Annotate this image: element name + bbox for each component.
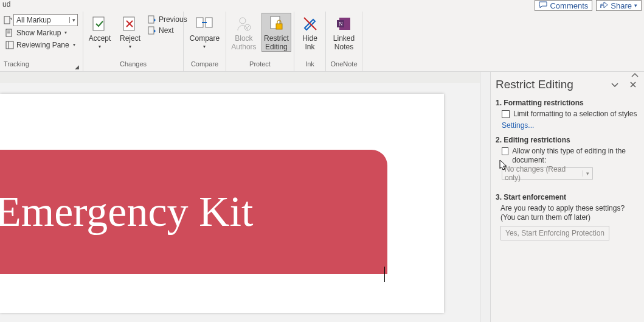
collapse-ribbon-icon[interactable] [631,72,639,80]
svg-rect-9 [148,27,154,34]
editing-type-dropdown: No changes (Read only) ▾ [502,167,593,180]
svg-line-17 [304,18,316,30]
limit-formatting-label: Limit formatting to a selection of style… [513,110,637,119]
title-shape: Emergency Kit [0,150,387,274]
previous-label: Previous [159,15,187,24]
block-authors-icon [235,15,253,33]
allow-editing-checkbox[interactable] [502,147,508,155]
formatting-settings-link[interactable]: Settings... [502,121,534,130]
reviewing-pane-label: Reviewing Pane [16,41,69,49]
enforcement-description: Are you ready to apply these settings? (… [500,204,638,222]
chevron-down-icon: ▾ [129,43,131,51]
reviewing-pane-icon [5,41,14,49]
next-label: Next [159,26,174,35]
reject-icon [121,15,139,33]
document-canvas[interactable]: Emergency Kit [0,72,480,322]
reject-button[interactable]: Reject ▾ [116,13,144,51]
accept-icon [91,15,109,33]
svg-rect-0 [4,16,10,24]
share-icon [600,1,608,10]
svg-rect-16 [276,24,282,29]
onenote-icon: N [335,15,353,33]
chevron-down-icon: ▾ [203,43,206,51]
allow-editing-label: Allow only this type of editing in the d… [512,147,638,165]
start-enforcing-button: Yes, Start Enforcing Protection [500,226,609,240]
group-label-ink: Ink [297,60,323,70]
comments-label: Comments [550,1,588,10]
accept-button[interactable]: Accept ▾ [86,13,114,51]
editing-type-value: No changes (Read only) [505,165,583,182]
markup-mode-dropdown[interactable]: All Markup ▾ [13,14,78,26]
vertical-scrollbar[interactable] [480,72,490,322]
svg-rect-6 [93,17,104,30]
close-icon[interactable] [628,80,638,89]
restrict-editing-button[interactable]: Restrict Editing [261,13,291,52]
svg-rect-8 [148,16,154,23]
section-3-title: 3. Start enforcement [496,193,638,201]
restrict-editing-icon [267,15,285,33]
dialog-launcher-icon[interactable]: ◢ [75,64,79,70]
group-label-compare: Compare [186,60,223,70]
panel-title: Restrict Editing [496,78,573,91]
share-label: Share [611,1,632,10]
hide-ink-icon [301,15,319,33]
text-caret [384,267,385,282]
reject-label: Reject [120,34,140,43]
section-1-title: 1. Formatting restrictions [496,99,638,107]
block-authors-button: Block Authors [229,13,259,51]
compare-label: Compare [190,34,220,43]
linked-notes-button[interactable]: N Linked Notes [330,13,358,51]
svg-point-12 [240,18,246,24]
restrict-editing-label: Restrict Editing [264,34,289,51]
next-change-button[interactable]: Next [148,26,187,35]
accept-label: Accept [89,34,111,43]
chevron-down-icon: ▾ [73,42,75,47]
hide-ink-button[interactable]: Hide Ink [296,13,324,51]
compare-button[interactable]: Compare ▾ [187,13,223,51]
block-authors-label: Block Authors [231,34,256,51]
hide-ink-label: Hide Ink [302,34,317,51]
compare-icon [195,15,213,33]
previous-change-button[interactable]: Previous [148,15,187,24]
section-2-title: 2. Editing restrictions [496,136,638,144]
limit-formatting-checkbox[interactable] [502,110,510,118]
show-markup-icon [5,29,14,37]
group-label-onenote: OneNote [328,60,359,70]
linked-notes-label: Linked Notes [333,34,355,51]
markup-options-icon[interactable] [4,16,12,24]
document-page: Emergency Kit [0,94,444,313]
share-button[interactable]: Share ▾ [596,0,642,11]
chevron-down-icon: ▾ [99,43,101,51]
document-title-text[interactable]: Emergency Kit [0,187,253,236]
title-fragment: ud [2,0,10,11]
reviewing-pane-button[interactable]: Reviewing Pane ▾ [4,39,78,51]
svg-rect-4 [6,41,13,49]
markup-mode-value: All Markup [16,16,51,24]
svg-text:N: N [339,21,343,27]
group-label-tracking: Tracking [4,60,29,70]
chevron-down-icon: ▾ [64,30,67,35]
show-markup-button[interactable]: Show Markup ▾ [4,27,78,38]
next-icon [148,26,156,35]
comment-icon [539,1,547,10]
horizontal-ruler [0,72,480,83]
group-label-protect: Protect [229,60,291,70]
show-markup-label: Show Markup [16,29,61,37]
restrict-editing-panel: Restrict Editing 1. Formatting restricti… [490,72,644,322]
group-label-changes: Changes [86,60,181,70]
chevron-down-icon: ▾ [583,170,592,177]
panel-options-icon[interactable] [610,80,620,89]
chevron-down-icon: ▾ [69,17,77,23]
comments-button[interactable]: Comments [535,0,592,11]
previous-icon [148,15,156,24]
chevron-down-icon: ▾ [634,2,637,9]
